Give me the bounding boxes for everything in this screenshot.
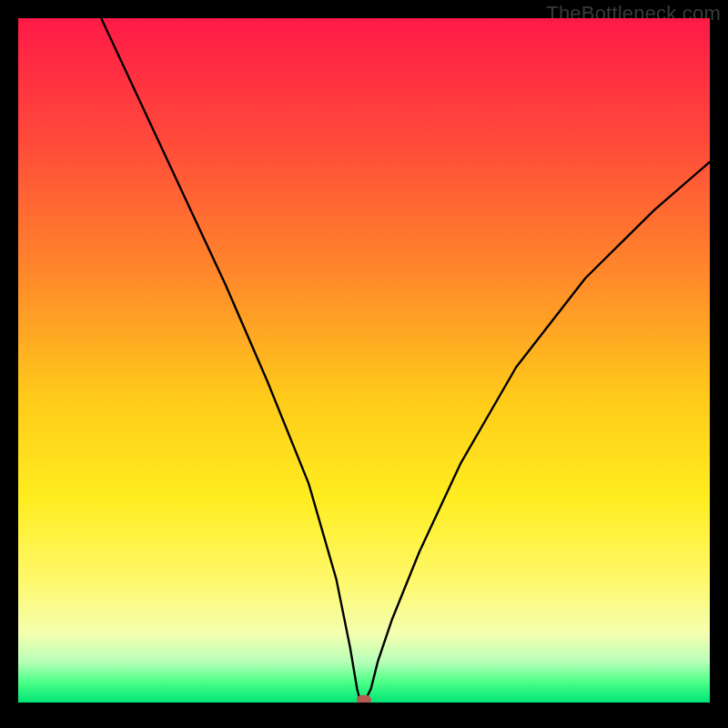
chart-bottom-border [18, 703, 710, 710]
bottleneck-curve [18, 18, 710, 703]
chart-frame [18, 18, 710, 710]
